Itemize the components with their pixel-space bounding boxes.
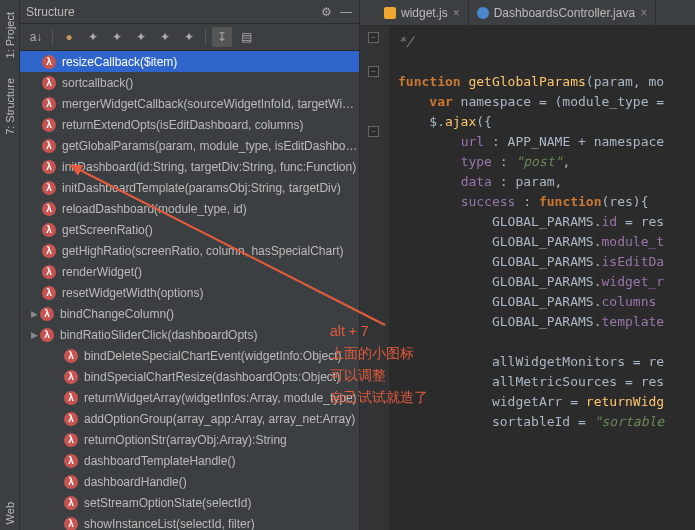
tab-label: widget.js bbox=[401, 6, 448, 20]
lambda-icon: λ bbox=[42, 139, 56, 153]
structure-header: Structure ⚙ ― bbox=[20, 0, 359, 24]
lambda-icon: λ bbox=[40, 328, 54, 342]
code-editor[interactable]: */ function getGlobalParams(param, mo va… bbox=[390, 26, 695, 530]
lambda-icon: λ bbox=[42, 97, 56, 111]
structure-item[interactable]: λdashboardTemplateHandle() bbox=[20, 450, 359, 471]
structure-item-label: mergerWidgetCallback(sourceWidgetInfoId,… bbox=[62, 97, 359, 111]
lambda-icon: λ bbox=[42, 181, 56, 195]
panel-title: Structure bbox=[26, 5, 313, 19]
structure-item-label: returnOptionStr(arrayObj:Array):String bbox=[84, 433, 287, 447]
structure-item-label: renderWidget() bbox=[62, 265, 142, 279]
separator bbox=[205, 29, 206, 45]
filter-1-icon[interactable]: ✦ bbox=[83, 27, 103, 47]
expander-icon[interactable]: ▶ bbox=[28, 330, 40, 340]
structure-item-label: getHighRatio(screenRatio, column, hasSpe… bbox=[62, 244, 343, 258]
structure-item[interactable]: λsortcallback() bbox=[20, 72, 359, 93]
gear-icon[interactable]: ⚙ bbox=[319, 5, 333, 19]
structure-item-label: bindDeleteSpecialChartEvent(widgetInfo:O… bbox=[84, 349, 341, 363]
editor-tabs: widget.js × DashboardsController.java × bbox=[360, 0, 695, 26]
left-tool-strip: 1: Project 7: Structure Web bbox=[0, 0, 20, 530]
lambda-icon: λ bbox=[42, 160, 56, 174]
lambda-icon: λ bbox=[64, 391, 78, 405]
lambda-icon: λ bbox=[64, 433, 78, 447]
fold-mark-icon[interactable]: − bbox=[368, 126, 379, 137]
structure-panel: Structure ⚙ ― a↓ ● ✦ ✦ ✦ ✦ ✦ ↧ ▤ λresize… bbox=[20, 0, 360, 530]
lambda-icon: λ bbox=[64, 496, 78, 510]
js-file-icon bbox=[384, 7, 396, 19]
structure-item-label: addOptionGroup(array_app:Array, array_ne… bbox=[84, 412, 355, 426]
tool-tab-structure[interactable]: 7: Structure bbox=[2, 72, 18, 141]
structure-item[interactable]: λresizeCallback($item) bbox=[20, 51, 359, 72]
structure-item-label: showInstanceList(selectId, filter) bbox=[84, 517, 255, 531]
structure-item-label: bindChangeColumn() bbox=[60, 307, 174, 321]
structure-item-label: reloadDashboard(module_type, id) bbox=[62, 202, 247, 216]
structure-item[interactable]: λbindDeleteSpecialChartEvent(widgetInfo:… bbox=[20, 345, 359, 366]
structure-item[interactable]: λgetGlobalParams(param, module_type, isE… bbox=[20, 135, 359, 156]
sort-az-icon[interactable]: a↓ bbox=[26, 27, 46, 47]
structure-item-label: initDashboardTemplate(paramsObj:String, … bbox=[62, 181, 341, 195]
tool-tab-project[interactable]: 1: Project bbox=[2, 6, 18, 64]
structure-item[interactable]: ▶λbindChangeColumn() bbox=[20, 303, 359, 324]
structure-item[interactable]: λshowInstanceList(selectId, filter) bbox=[20, 513, 359, 530]
lambda-icon: λ bbox=[64, 370, 78, 384]
structure-item[interactable]: λsetStreamOptionState(selectId) bbox=[20, 492, 359, 513]
structure-item-label: bindSpecialChartResize(dashboardOpts:Obj… bbox=[84, 370, 340, 384]
structure-item[interactable]: λgetScreenRatio() bbox=[20, 219, 359, 240]
structure-item-label: getGlobalParams(param, module_type, isEd… bbox=[62, 139, 359, 153]
structure-tree[interactable]: λresizeCallback($item)λsortcallback()λme… bbox=[20, 51, 359, 530]
close-icon[interactable]: × bbox=[640, 6, 647, 20]
minimize-icon[interactable]: ― bbox=[339, 5, 353, 19]
structure-item-label: initDashboard(id:String, targetDiv:Strin… bbox=[62, 160, 356, 174]
expander-icon[interactable]: ▶ bbox=[28, 309, 40, 319]
tab-dashboards-controller[interactable]: DashboardsController.java × bbox=[469, 0, 656, 25]
structure-item[interactable]: λaddOptionGroup(array_app:Array, array_n… bbox=[20, 408, 359, 429]
lambda-icon: λ bbox=[42, 223, 56, 237]
structure-item[interactable]: ▶λbindRatioSliderClick(dashboardOpts) bbox=[20, 324, 359, 345]
structure-item[interactable]: λreturnOptionStr(arrayObj:Array):String bbox=[20, 429, 359, 450]
lambda-icon: λ bbox=[42, 244, 56, 258]
filter-4-icon[interactable]: ✦ bbox=[155, 27, 175, 47]
pin-icon[interactable]: ● bbox=[59, 27, 79, 47]
structure-item[interactable]: λresetWidgetWidth(options) bbox=[20, 282, 359, 303]
editor-gutter[interactable]: − − − bbox=[360, 26, 390, 530]
structure-item-label: returnExtendOpts(isEditDashboard, column… bbox=[62, 118, 303, 132]
fold-mark-icon[interactable]: − bbox=[368, 32, 379, 43]
lambda-icon: λ bbox=[42, 202, 56, 216]
structure-item[interactable]: λbindSpecialChartResize(dashboardOpts:Ob… bbox=[20, 366, 359, 387]
structure-item[interactable]: λreturnWidgetArray(widgetInfos:Array, mo… bbox=[20, 387, 359, 408]
structure-item-label: resetWidgetWidth(options) bbox=[62, 286, 203, 300]
structure-item-label: getScreenRatio() bbox=[62, 223, 153, 237]
structure-item[interactable]: λinitDashboard(id:String, targetDiv:Stri… bbox=[20, 156, 359, 177]
structure-item[interactable]: λreloadDashboard(module_type, id) bbox=[20, 198, 359, 219]
structure-toolbar: a↓ ● ✦ ✦ ✦ ✦ ✦ ↧ ▤ bbox=[20, 24, 359, 51]
structure-item-label: dashboardHandle() bbox=[84, 475, 187, 489]
fold-mark-icon[interactable]: − bbox=[368, 66, 379, 77]
lambda-icon: λ bbox=[42, 118, 56, 132]
structure-item[interactable]: λdashboardHandle() bbox=[20, 471, 359, 492]
expand-icon[interactable]: ▤ bbox=[236, 27, 256, 47]
autoscroll-icon[interactable]: ↧ bbox=[212, 27, 232, 47]
structure-item[interactable]: λreturnExtendOpts(isEditDashboard, colum… bbox=[20, 114, 359, 135]
lambda-icon: λ bbox=[64, 412, 78, 426]
filter-2-icon[interactable]: ✦ bbox=[107, 27, 127, 47]
lambda-icon: λ bbox=[40, 307, 54, 321]
tab-label: DashboardsController.java bbox=[494, 6, 635, 20]
lambda-icon: λ bbox=[42, 55, 56, 69]
structure-item[interactable]: λrenderWidget() bbox=[20, 261, 359, 282]
close-icon[interactable]: × bbox=[453, 6, 460, 20]
filter-3-icon[interactable]: ✦ bbox=[131, 27, 151, 47]
lambda-icon: λ bbox=[42, 265, 56, 279]
structure-item-label: dashboardTemplateHandle() bbox=[84, 454, 235, 468]
filter-5-icon[interactable]: ✦ bbox=[179, 27, 199, 47]
structure-item[interactable]: λinitDashboardTemplate(paramsObj:String,… bbox=[20, 177, 359, 198]
lambda-icon: λ bbox=[64, 517, 78, 531]
tab-widget-js[interactable]: widget.js × bbox=[376, 0, 469, 25]
structure-item-label: setStreamOptionState(selectId) bbox=[84, 496, 251, 510]
structure-item-label: resizeCallback($item) bbox=[62, 55, 177, 69]
structure-item[interactable]: λgetHighRatio(screenRatio, column, hasSp… bbox=[20, 240, 359, 261]
structure-item-label: sortcallback() bbox=[62, 76, 133, 90]
separator bbox=[52, 29, 53, 45]
tool-tab-web[interactable]: Web bbox=[2, 496, 18, 530]
lambda-icon: λ bbox=[64, 475, 78, 489]
structure-item[interactable]: λmergerWidgetCallback(sourceWidgetInfoId… bbox=[20, 93, 359, 114]
